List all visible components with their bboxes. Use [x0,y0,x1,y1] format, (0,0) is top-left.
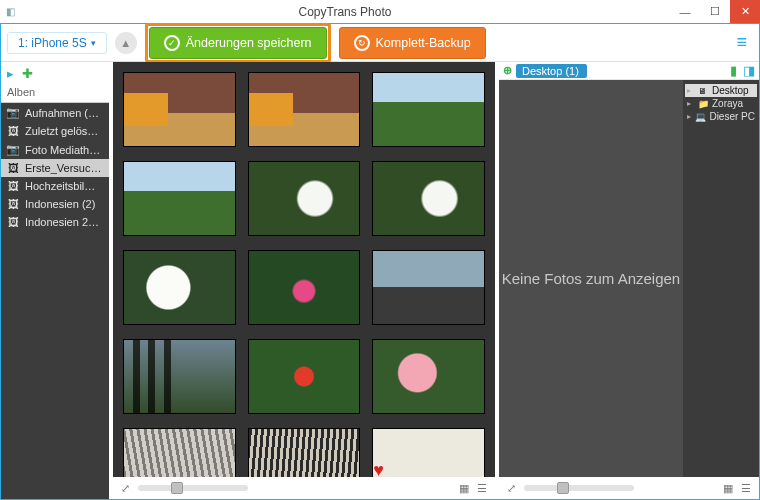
album-item[interactable]: 🖼Indonesien (2) [1,195,109,213]
folder-icon[interactable]: ▮ [730,63,737,78]
tree-arrow-icon: ▸ [687,112,692,121]
eject-button[interactable]: ▲ [115,32,137,54]
sidebar-header: Alben [1,84,109,103]
photo-thumbnail[interactable] [372,339,485,414]
device-label: 1: iPhone 5S [18,36,87,50]
album-label: Zuletzt gelös… [25,125,98,137]
save-highlight: ✓ Änderungen speichern [145,23,331,63]
tree-item[interactable]: ▸💻Dieser PC [685,110,757,123]
album-label: Foto Mediath… [25,144,100,156]
expand-icon[interactable]: ⤢ [121,482,130,495]
destination-panel: ⊕ Desktop (1) ▮ ◨ Keine Fotos zum Anzeig… [499,62,759,499]
album-glyph-icon: 🖼 [6,198,20,210]
album-label: Hochzeitsbil… [25,180,95,192]
photo-thumbnail[interactable] [123,250,236,325]
album-item[interactable]: 🖼Indonesien 2… [1,213,109,231]
breadcrumb-chip[interactable]: Desktop (1) [516,64,587,78]
album-glyph-icon: 🖼 [6,125,20,137]
photo-thumbnail[interactable] [123,72,236,147]
play-icon[interactable]: ▸ [7,66,14,81]
list-view-icon[interactable]: ☰ [477,482,487,495]
grid-view-icon[interactable]: ▦ [459,482,469,495]
album-sidebar: ▸ ✚ Alben 📷Aufnahmen (…🖼Zuletzt gelös…📷F… [1,62,109,499]
main-toolbar: 1: iPhone 5S ▾ ▲ ✓ Änderungen speichern … [1,24,759,62]
grid-view-icon[interactable]: ▦ [723,482,733,495]
album-label: Indonesien (2) [25,198,95,210]
breadcrumb-bar: ⊕ Desktop (1) ▮ ◨ [499,62,759,80]
device-picker[interactable]: 1: iPhone 5S ▾ [7,32,107,54]
tree-glyph-icon: 📁 [698,99,709,109]
photo-thumbnail[interactable] [248,250,361,325]
photo-thumbnail[interactable] [372,250,485,325]
photo-thumbnail[interactable] [123,339,236,414]
tree-item[interactable]: ▸🖥Desktop [685,84,757,97]
add-folder-icon[interactable]: ⊕ [503,64,512,77]
photo-thumbnail[interactable] [372,72,485,147]
album-glyph-icon: 🖼 [6,162,20,174]
photo-thumbnail[interactable] [248,72,361,147]
zoom-slider[interactable] [524,485,634,491]
album-item[interactable]: 🖼Hochzeitsbil… [1,177,109,195]
tree-item[interactable]: ▸📁Zoraya [685,97,757,110]
album-glyph-icon: 🖼 [6,216,20,228]
album-glyph-icon: 🖼 [6,180,20,192]
album-item[interactable]: 📷Foto Mediath… [1,140,109,159]
app-icon: ◧ [0,6,20,17]
zoom-slider[interactable] [138,485,248,491]
add-album-icon[interactable]: ✚ [22,66,33,81]
window-title: CopyTrans Photo [20,5,670,19]
maximize-button[interactable]: ☐ [700,0,730,23]
album-list: 📷Aufnahmen (…🖼Zuletzt gelös…📷Foto Mediat… [1,103,109,499]
tree-arrow-icon: ▸ [687,86,695,95]
close-button[interactable]: ✕ [730,0,760,23]
thumbnail-footer: ⤢ ▦ ☰ [113,477,495,499]
tree-glyph-icon: 🖥 [698,86,709,96]
photo-thumbnail[interactable] [123,161,236,236]
photo-thumbnail[interactable] [248,339,361,414]
checkmark-icon: ✓ [164,35,180,51]
photo-thumbnail[interactable] [248,161,361,236]
tree-label: Dieser PC [709,111,755,122]
sidebar-toolbar: ▸ ✚ [1,62,109,84]
destination-footer: ⤢ ▦ ☰ [499,477,759,499]
photo-thumbnail[interactable] [372,428,485,477]
expand-icon[interactable]: ⤢ [507,482,516,495]
minimize-button[interactable]: — [670,0,700,23]
full-backup-button[interactable]: ↻ Komplett-Backup [339,27,486,59]
album-glyph-icon: 📷 [6,143,20,156]
menu-icon[interactable]: ≡ [730,32,753,53]
collapse-tree-icon[interactable]: ◨ [743,63,755,78]
album-label: Aufnahmen (… [25,107,99,119]
chevron-down-icon: ▾ [91,38,96,48]
photo-thumbnail[interactable] [248,428,361,477]
photo-thumbnail[interactable] [123,428,236,477]
save-changes-button[interactable]: ✓ Änderungen speichern [149,27,327,59]
save-label: Änderungen speichern [186,36,312,50]
list-view-icon[interactable]: ☰ [741,482,751,495]
album-item[interactable]: 🖼Zuletzt gelös… [1,122,109,140]
album-label: Indonesien 2… [25,216,99,228]
refresh-icon: ↻ [354,35,370,51]
title-bar: ◧ CopyTrans Photo — ☐ ✕ [0,0,760,24]
folder-tree: ▸🖥Desktop▸📁Zoraya▸💻Dieser PC [683,80,759,477]
window-controls: — ☐ ✕ [670,0,760,23]
tree-arrow-icon: ▸ [687,99,695,108]
tree-label: Desktop [712,85,749,96]
thumbnail-panel: ⤢ ▦ ☰ [109,62,499,499]
backup-label: Komplett-Backup [376,36,471,50]
tree-label: Zoraya [712,98,743,109]
photo-thumbnail[interactable] [372,161,485,236]
album-item[interactable]: 🖼Erste_Versuc… [1,159,109,177]
tree-glyph-icon: 💻 [695,112,706,122]
drop-area[interactable]: Keine Fotos zum Anzeigen [499,80,683,477]
album-glyph-icon: 📷 [6,106,20,119]
album-label: Erste_Versuc… [25,162,101,174]
drop-empty-text: Keine Fotos zum Anzeigen [502,270,680,287]
album-item[interactable]: 📷Aufnahmen (… [1,103,109,122]
thumbnail-grid [123,72,485,477]
